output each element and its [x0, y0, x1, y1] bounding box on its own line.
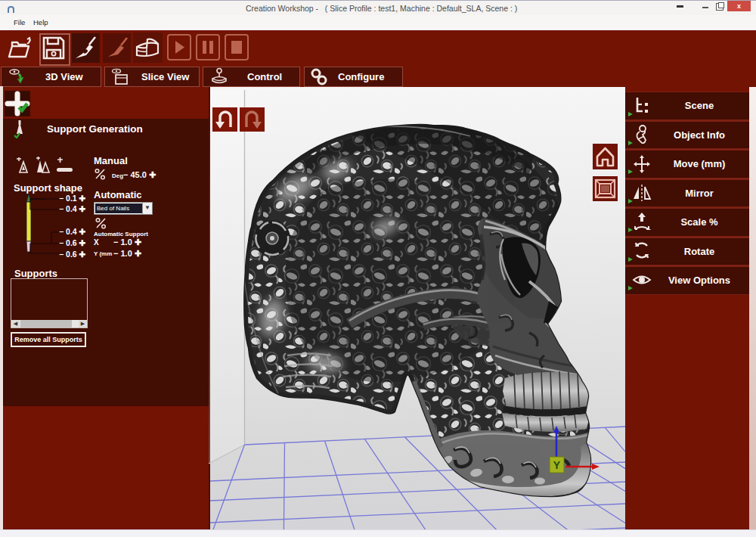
svg-text:Y: Y: [553, 459, 561, 471]
